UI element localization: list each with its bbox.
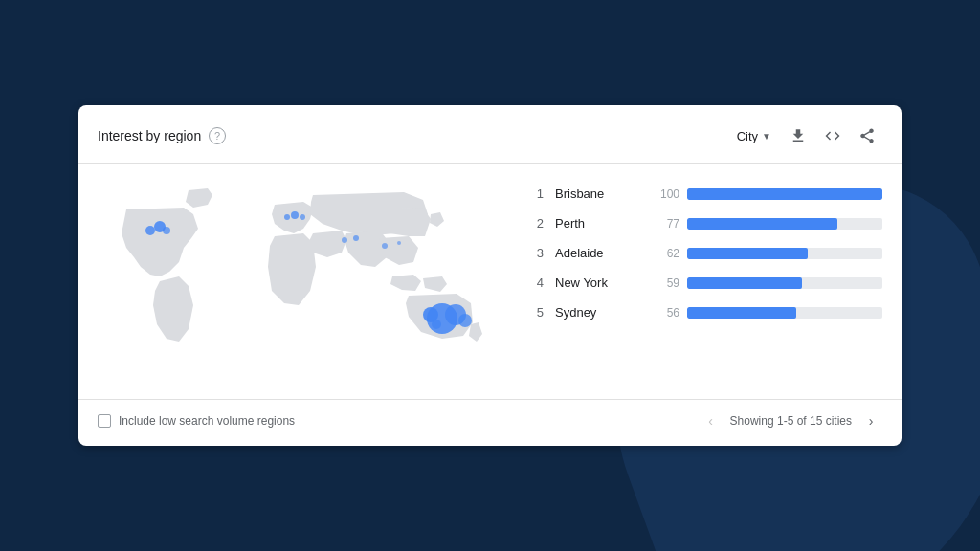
prev-page-button[interactable]: ‹ xyxy=(700,409,723,432)
bar-value: 100 xyxy=(653,187,679,201)
rank-number: 1 xyxy=(528,187,544,201)
rank-number: 2 xyxy=(528,216,544,231)
table-row: 3 Adelaide 62 xyxy=(528,238,882,268)
card-footer: Include low search volume regions ‹ Show… xyxy=(78,399,902,446)
svg-point-2 xyxy=(163,227,170,234)
header-left: Interest by region ? xyxy=(98,127,226,144)
svg-point-9 xyxy=(397,241,401,245)
bar-track xyxy=(687,277,882,289)
svg-point-0 xyxy=(145,226,155,235)
help-icon[interactable]: ? xyxy=(209,127,226,144)
svg-point-14 xyxy=(432,320,441,329)
bar-area: 59 xyxy=(653,276,882,290)
city-name: Adelaide xyxy=(555,246,641,260)
rank-number: 5 xyxy=(528,305,544,320)
table-row: 2 Perth 77 xyxy=(528,209,882,238)
bar-track xyxy=(687,307,882,319)
bar-fill xyxy=(687,218,837,230)
map-section xyxy=(78,171,519,391)
interest-by-region-card: Interest by region ? City ▼ xyxy=(78,105,902,446)
bar-area: 100 xyxy=(653,187,882,201)
bar-area: 56 xyxy=(653,306,882,320)
embed-code-button[interactable] xyxy=(817,121,848,151)
card-body: 1 Brisbane 100 2 Perth 77 3 Adelaide 62 xyxy=(78,164,902,399)
bar-value: 62 xyxy=(653,247,679,260)
bar-fill xyxy=(687,188,882,200)
bar-value: 77 xyxy=(653,217,679,231)
world-map xyxy=(98,181,500,382)
table-row: 1 Brisbane 100 xyxy=(528,179,882,209)
bar-fill xyxy=(687,248,808,259)
chevron-down-icon: ▼ xyxy=(762,131,771,142)
bar-track xyxy=(687,218,882,230)
svg-point-7 xyxy=(353,235,359,241)
table-row: 5 Sydney 56 xyxy=(528,298,882,327)
header-right: City ▼ xyxy=(729,121,882,151)
svg-point-3 xyxy=(284,214,290,220)
pagination-text: Showing 1-5 of 15 cities xyxy=(730,414,852,428)
dropdown-label: City xyxy=(737,129,758,143)
rank-number: 4 xyxy=(528,276,544,290)
low-volume-checkbox[interactable] xyxy=(98,414,111,428)
city-name: Brisbane xyxy=(555,187,641,201)
bar-value: 59 xyxy=(653,276,679,290)
rank-number: 3 xyxy=(528,246,544,260)
next-page-button[interactable]: › xyxy=(859,409,882,432)
low-volume-checkbox-label[interactable]: Include low search volume regions xyxy=(98,414,295,428)
svg-point-6 xyxy=(342,237,347,243)
low-volume-label: Include low search volume regions xyxy=(119,414,295,428)
pagination: ‹ Showing 1-5 of 15 cities › xyxy=(700,409,882,432)
city-dropdown[interactable]: City ▼ xyxy=(729,125,779,147)
download-button[interactable] xyxy=(783,121,813,151)
svg-point-4 xyxy=(291,211,299,219)
city-name: Perth xyxy=(555,216,641,231)
svg-point-5 xyxy=(300,214,305,220)
svg-point-8 xyxy=(382,243,388,249)
bar-area: 77 xyxy=(653,217,882,231)
card-title: Interest by region xyxy=(98,128,201,143)
city-name: New York xyxy=(555,276,641,290)
bar-area: 62 xyxy=(653,247,882,260)
svg-point-13 xyxy=(458,314,472,327)
bar-fill xyxy=(687,277,802,289)
bar-track xyxy=(687,248,882,259)
bar-fill xyxy=(687,307,796,319)
table-row: 4 New York 59 xyxy=(528,268,882,298)
data-section: 1 Brisbane 100 2 Perth 77 3 Adelaide 62 xyxy=(519,171,902,391)
share-button[interactable] xyxy=(852,121,882,151)
city-name: Sydney xyxy=(555,305,641,320)
card-header: Interest by region ? City ▼ xyxy=(78,105,902,164)
bar-track xyxy=(687,188,882,200)
bar-value: 56 xyxy=(653,306,679,320)
